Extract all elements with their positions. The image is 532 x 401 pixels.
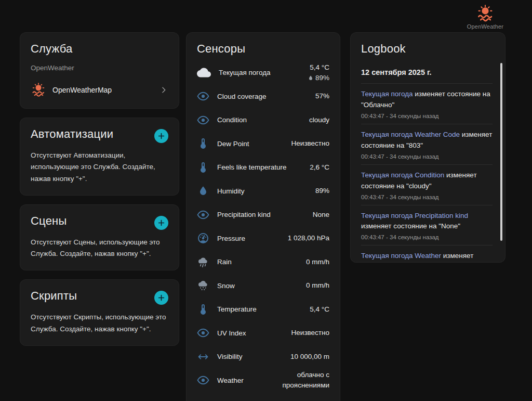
logbook-entry-text: Текущая погода Weather изменяет состояни… — [361, 251, 493, 263]
logbook-entry-text: Текущая погода Precipitation kind изменя… — [361, 211, 493, 232]
sensor-label: Humidity — [217, 187, 308, 195]
eye-icon — [197, 327, 209, 339]
sensor-label: Condition — [217, 116, 301, 124]
sensor-value: 2,6 °C — [310, 162, 329, 173]
sensor-row[interactable]: Pressure1 028,00 hPa — [197, 227, 329, 251]
sensor-row[interactable]: Feels like temperature2,6 °C — [197, 156, 329, 179]
logbook-timestamp: 00:43:47 - 34 секунды назад — [361, 234, 493, 240]
right-column: Logbook 12 сентября 2025 г. Текущая пого… — [350, 32, 506, 263]
humidity-icon — [197, 185, 209, 197]
sensor-label: Weather — [217, 377, 249, 384]
visibility-icon — [197, 351, 209, 363]
sensor-value: 1 028,00 hPa — [288, 233, 329, 243]
sensors-card: Сенсоры Текущая погода5,4 °C89%Cloud cov… — [186, 32, 340, 401]
sensor-row[interactable]: Visibility10 000,00 m — [197, 345, 329, 369]
eye-icon — [197, 114, 209, 126]
logbook-entity-link[interactable]: Текущая погода Precipitation kind — [361, 212, 468, 219]
service-card-title: Служба — [31, 42, 168, 56]
sensor-value: 57% — [315, 91, 329, 101]
logbook-timestamp: 00:43:47 - 34 секунды назад — [361, 153, 493, 160]
sensor-value: 0 mm/h — [306, 257, 329, 267]
sensor-value: cloudy — [309, 115, 329, 125]
sensor-row[interactable]: Weatherоблачно с прояснениями — [197, 369, 329, 393]
scripts-empty-text: Отсутствуют Скрипты, использующие это Сл… — [31, 312, 168, 335]
logbook-message: изменяет состояние на "None" — [361, 222, 460, 230]
automations-card: Автоматизации Отсутствуют Автоматизации,… — [20, 118, 179, 196]
logbook-entity-link[interactable]: Текущая погода Weather Code — [361, 131, 460, 138]
add-script-button[interactable] — [154, 291, 168, 305]
logbook-card: Logbook 12 сентября 2025 г. Текущая пого… — [350, 32, 506, 263]
thermometer-icon — [197, 161, 209, 174]
brand-label: OpenWeather — [467, 23, 503, 30]
openweather-logo-icon — [476, 4, 495, 23]
thermometer-icon — [197, 137, 209, 150]
openweather-brand[interactable]: OpenWeather — [461, 4, 509, 30]
thermometer-icon — [197, 303, 209, 316]
eye-icon — [197, 209, 209, 221]
sensor-label: Pressure — [217, 235, 280, 242]
sensor-label: Temperature — [217, 305, 302, 313]
logbook-entry: Текущая погода Precipitation kind изменя… — [361, 205, 493, 246]
chevron-right-icon — [159, 85, 168, 95]
sensor-row[interactable]: Temperature5,4 °C — [197, 297, 329, 321]
logbook-entity-link[interactable]: Текущая погода Weather — [361, 252, 441, 260]
scripts-card-title: Скрипты — [31, 289, 77, 303]
rain-icon — [197, 256, 209, 268]
automations-card-title: Автоматизации — [31, 127, 113, 141]
integration-row-openweathermap[interactable]: OpenWeatherMap — [31, 82, 168, 98]
logbook-timestamp: 00:43:47 - 34 секунды назад — [361, 113, 493, 119]
middle-column: Сенсоры Текущая погода5,4 °C89%Cloud cov… — [186, 32, 340, 401]
scenes-empty-text: Отсутствуют Сцены, использующие это Служ… — [31, 237, 168, 260]
page: OpenWeather Служба OpenWeather OpenWeath… — [0, 0, 532, 401]
sensor-row[interactable]: Snow0 mm/h — [197, 274, 329, 298]
logbook-timestamp: 00:43:47 - 34 секунды назад — [361, 194, 493, 200]
sensor-value: 5,4 °C89% — [308, 62, 329, 84]
sensor-value: Неизвестно — [291, 328, 329, 338]
plus-icon — [157, 293, 166, 302]
sensor-row[interactable]: Conditioncloudy — [197, 108, 329, 132]
integration-name: OpenWeatherMap — [52, 86, 153, 94]
openweathermap-icon — [31, 82, 46, 98]
eye-icon — [197, 90, 209, 102]
sensor-label: Precipitation kind — [217, 211, 305, 218]
add-automation-button[interactable] — [154, 129, 168, 143]
sensor-row[interactable]: Текущая погода5,4 °C89% — [197, 61, 329, 85]
service-card: Служба OpenWeather OpenWeatherMap — [20, 32, 179, 109]
sensors-card-title: Сенсоры — [197, 42, 329, 56]
sensor-label: Feels like temperature — [217, 163, 302, 171]
sensor-row[interactable]: Precipitation kindNone — [197, 203, 329, 227]
sensor-label: Visibility — [217, 353, 283, 360]
sensor-row[interactable]: Rain0 mm/h — [197, 250, 329, 274]
scenes-card-title: Сцены — [31, 214, 66, 228]
sensor-value: Неизвестно — [291, 138, 329, 149]
gauge-icon — [197, 232, 209, 244]
sensor-label: Текущая погода — [219, 69, 300, 76]
logbook-entry: Текущая погода изменяет состояние на "Об… — [361, 84, 493, 124]
logbook-entity-link[interactable]: Текущая погода — [361, 90, 413, 98]
logbook-entry: Текущая погода Weather изменяет состояни… — [361, 245, 493, 263]
sensor-value: 5,4 °C — [310, 304, 329, 315]
logbook-scrollbar[interactable] — [500, 63, 502, 241]
eye-icon — [197, 374, 209, 386]
logbook-entity-link[interactable]: Текущая погода Condition — [361, 171, 444, 179]
sensor-label: Cloud coverage — [217, 93, 308, 100]
logbook-entry-text: Текущая погода изменяет состояние на "Об… — [361, 89, 493, 111]
sensor-label: Snow — [217, 282, 298, 290]
add-scene-button[interactable] — [154, 216, 168, 230]
sensor-row[interactable]: Humidity89% — [197, 179, 329, 203]
logbook-card-title: Logbook — [361, 42, 493, 56]
sensor-row[interactable]: Dew PointНеизвестно — [197, 132, 329, 156]
sensor-label: Rain — [217, 258, 298, 266]
left-column: Служба OpenWeather OpenWeatherMap Автома… — [20, 32, 179, 346]
scenes-card: Сцены Отсутствуют Сцены, использующие эт… — [20, 204, 179, 271]
sensor-value: None — [313, 210, 329, 220]
sensor-label: UV Index — [217, 329, 284, 337]
logbook-entry-text: Текущая погода Condition изменяет состоя… — [361, 170, 493, 192]
snow-icon — [197, 279, 209, 292]
humidity-drop-icon — [308, 75, 314, 81]
sensor-row[interactable]: Cloud coverage57% — [197, 85, 329, 109]
sensor-row[interactable]: UV IndexНеизвестно — [197, 321, 329, 345]
automations-empty-text: Отсутствуют Автоматизации, использующие … — [31, 150, 168, 185]
logbook-entries: Текущая погода изменяет состояние на "Об… — [361, 84, 493, 263]
sensor-value: облачно с прояснениями — [257, 370, 329, 391]
